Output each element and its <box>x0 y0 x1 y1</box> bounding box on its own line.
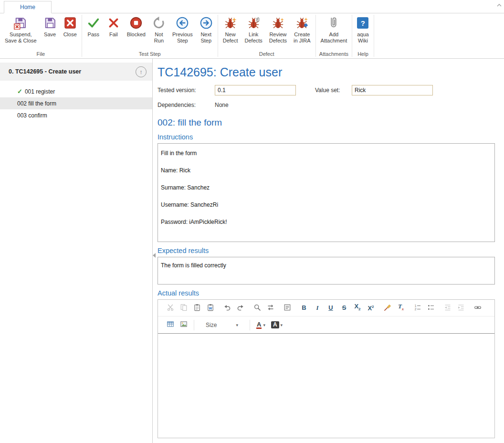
svg-text:2: 2 <box>415 307 417 310</box>
sidebar-item-step-002[interactable]: 002 fill the form <box>0 97 152 109</box>
superscript-button[interactable]: X2 <box>365 302 377 314</box>
select-all-icon <box>284 304 291 313</box>
replace-icon <box>267 304 274 313</box>
blocked-button[interactable]: Blocked <box>124 14 149 51</box>
paperclip-icon <box>327 15 340 31</box>
insert-image-button[interactable] <box>178 319 190 331</box>
button-label: Blocked <box>127 32 146 38</box>
splitter-collapse-arrow[interactable] <box>153 253 156 258</box>
button-label: Previous Step <box>172 32 193 44</box>
next-step-button[interactable]: Next Step <box>196 14 216 51</box>
svg-text:1: 1 <box>415 304 417 307</box>
link-defects-button[interactable]: Link Defects <box>242 14 266 51</box>
test-case-header-label: 0. TC142695 - Create user <box>9 68 81 75</box>
editor-content[interactable] <box>158 334 494 438</box>
font-size-dropdown[interactable]: Size ▾ <box>203 319 241 331</box>
numbered-list-button[interactable]: 12 <box>411 302 424 314</box>
underline-icon: U <box>328 305 333 311</box>
sidebar-item-step-003[interactable]: 003 confirm <box>0 109 152 121</box>
previous-arrow-icon <box>176 15 189 31</box>
replace-button[interactable] <box>264 302 277 314</box>
ribbon: Home Suspend, Save & Close <box>0 0 504 59</box>
button-label: Fail <box>109 32 118 38</box>
underline-button[interactable]: U <box>325 302 337 314</box>
find-button[interactable] <box>251 302 263 314</box>
ribbon-tab-row: Home <box>0 0 504 13</box>
background-color-button[interactable]: A ▾ <box>271 321 283 328</box>
copy-icon <box>180 304 188 313</box>
subscript-button[interactable]: X2 <box>351 302 364 314</box>
insert-table-button[interactable] <box>164 319 177 331</box>
next-arrow-icon <box>200 15 213 31</box>
fail-button[interactable]: Fail <box>104 14 124 51</box>
select-all-button[interactable] <box>281 302 294 314</box>
create-in-jira-button[interactable]: Create in JIRA <box>290 14 314 51</box>
value-set-label: Value set: <box>315 87 352 94</box>
scrollbar-up-icon[interactable] <box>497 1 502 8</box>
aqua-wiki-button[interactable]: ? aqua Wiki <box>354 14 372 51</box>
search-icon <box>253 304 261 313</box>
ribbon-group-attachments: Add Attachment Attachments <box>316 13 352 58</box>
copy-button[interactable] <box>178 302 190 314</box>
add-attachment-button[interactable]: Add Attachment <box>317 14 351 51</box>
button-label: Close <box>63 32 77 38</box>
step-label: 003 confirm <box>17 112 47 119</box>
tab-home[interactable]: Home <box>4 1 52 13</box>
new-defect-button[interactable]: New Defect <box>220 14 242 51</box>
button-label: Create in JIRA <box>294 32 310 44</box>
paste-button[interactable] <box>191 302 203 314</box>
numbered-list-icon: 12 <box>414 304 421 313</box>
button-label: New Defect <box>223 32 238 44</box>
remove-format-button[interactable]: Tx <box>395 302 407 314</box>
collapse-up-icon[interactable]: ↑ <box>136 66 147 77</box>
close-button[interactable]: Close <box>60 14 80 51</box>
copy-formatting-button[interactable] <box>381 302 394 314</box>
remove-format-icon: Tx <box>398 303 404 313</box>
chevron-down-icon: ▾ <box>263 323 265 327</box>
sidebar-item-step-001[interactable]: ✓ 001 register <box>0 85 152 97</box>
bullet-list-button[interactable] <box>425 302 437 314</box>
ribbon-group-file: Suspend, Save & Close Save <box>0 13 82 58</box>
italic-button[interactable]: I <box>311 302 324 314</box>
sidebar-header: 0. TC142695 - Create user ↑ <box>0 63 152 81</box>
toolbar-separator <box>250 320 250 330</box>
blocked-stop-icon <box>129 15 143 31</box>
previous-step-button[interactable]: Previous Step <box>169 14 196 51</box>
tested-version-label: Tested version: <box>158 87 215 94</box>
value-set-input[interactable] <box>352 85 433 95</box>
background-color-icon: A <box>271 321 279 328</box>
expected-results-text: The form is filled correctly <box>161 262 226 269</box>
paste-from-word-button[interactable] <box>204 302 217 314</box>
actual-results-editor: B I U S X2 X2 Tx 12 <box>158 299 495 438</box>
tested-version-input[interactable] <box>215 85 296 95</box>
cut-button[interactable] <box>164 302 177 314</box>
button-label: Review Defects <box>269 32 287 44</box>
ribbon-group-label: Defect <box>218 51 315 58</box>
superscript-icon: X2 <box>368 304 374 312</box>
increase-indent-button[interactable] <box>455 302 467 314</box>
step-label: 001 register <box>25 88 55 95</box>
insert-link-button[interactable] <box>472 302 484 314</box>
suspend-save-close-button[interactable]: Suspend, Save & Close <box>1 14 40 51</box>
redo-button[interactable] <box>234 302 247 314</box>
dependencies-value: None <box>215 102 229 108</box>
subscript-icon: X2 <box>354 303 360 313</box>
not-run-reset-icon <box>152 15 166 31</box>
review-defects-button[interactable]: Review Defects <box>266 14 290 51</box>
instruction-paragraph: Surname: Sanchez <box>161 183 492 192</box>
ribbon-group-label: Attachments <box>316 51 352 58</box>
not-run-button[interactable]: Not Run <box>149 14 169 51</box>
ribbon-group-defect: New Defect Link D <box>218 13 315 58</box>
text-color-button[interactable]: A ▾ <box>256 321 265 329</box>
decrease-indent-button[interactable] <box>441 302 454 314</box>
step-label: 002 fill the form <box>17 100 56 107</box>
bold-button[interactable]: B <box>298 302 310 314</box>
test-execution-panel: TC142695: Create user Tested version: Va… <box>153 59 504 443</box>
strikethrough-button[interactable]: S <box>338 302 350 314</box>
button-label: aqua Wiki <box>357 32 368 44</box>
button-label: Not Run <box>154 32 164 44</box>
undo-button[interactable] <box>221 302 233 314</box>
pass-button[interactable]: Pass <box>84 14 104 51</box>
pass-check-icon <box>87 15 100 31</box>
save-button[interactable]: Save <box>40 14 60 51</box>
